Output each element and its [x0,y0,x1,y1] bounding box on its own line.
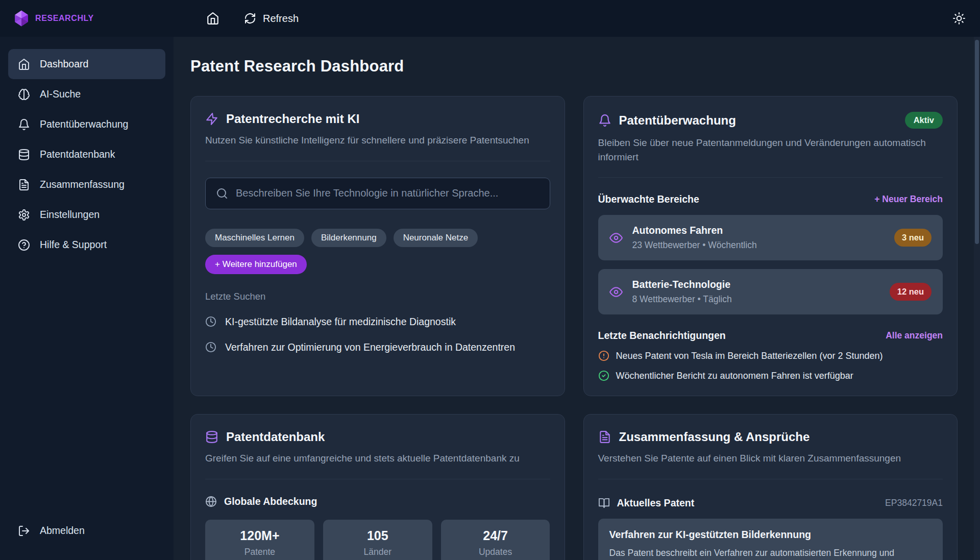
card-title: Patentdatenbank [226,430,325,444]
ai-search-card: Patentrecherche mit KI Nutzen Sie künstl… [190,96,565,396]
sidebar-item-label: Dashboard [40,58,88,70]
recent-searches-label: Letzte Suchen [205,291,550,302]
patent-id: EP3842719A1 [885,498,943,508]
stat-box-patents: 120M+ Patente [205,520,314,560]
eye-icon [609,285,623,299]
sidebar-item-settings[interactable]: Einstellungen [8,200,165,230]
database-card: Patentdatenbank Greifen Sie auf eine umf… [190,414,565,560]
gem-logo-icon [13,10,30,27]
sidebar-item-label: Zusammenfassung [40,179,125,190]
refresh-icon [244,12,256,25]
refresh-button[interactable]: Refresh [244,12,299,25]
sun-icon [952,12,966,25]
clock-icon [205,342,216,353]
sidebar-item-label: Patentüberwachung [40,118,128,130]
sidebar-item-label: Hilfe & Support [40,239,107,251]
check-circle-icon [598,370,609,381]
home-icon [206,12,219,25]
page-title: Patent Research Dashboard [190,57,958,76]
recent-search-item[interactable]: KI-gestützte Bildanalyse für medizinisch… [205,316,550,328]
logout-button[interactable]: Abmelden [8,516,165,546]
stat-box-updates: 24/7 Updates [441,520,550,560]
monitored-area-row[interactable]: Autonomes Fahren 23 Wettbewerber • Wöche… [598,215,943,260]
tag-chip[interactable]: Neuronale Netze [394,229,478,247]
notification-item: Wöchentlicher Bericht zu autonomem Fahre… [598,370,943,381]
logout-icon [18,525,30,537]
area-name: Autonomes Fahren [632,225,885,236]
brand-logo[interactable]: RESEARCHLY [0,10,174,27]
technology-search-field[interactable] [205,178,550,209]
card-subtitle: Verstehen Sie Patente auf einen Blick mi… [598,451,943,466]
notifications-label: Letzte Benachrichtigungen [598,330,726,342]
sidebar-item-ai-search[interactable]: AI-Suche [8,79,165,109]
sidebar-item-monitoring[interactable]: Patentüberwachung [8,109,165,139]
sidebar-item-database[interactable]: Patentdatenbank [8,139,165,169]
book-open-icon [598,497,610,509]
card-title: Patentrecherche mit KI [226,112,359,126]
new-area-button[interactable]: + Neuer Bereich [874,194,943,205]
card-title: Zusammenfassung & Ansprüche [619,430,810,444]
stat-value: 105 [328,528,427,543]
patent-summary-box: Verfahren zur KI-gestützten Bilderkennun… [598,519,943,560]
bell-icon [18,118,30,131]
help-circle-icon [18,239,30,251]
summary-card: Zusammenfassung & Ansprüche Verstehen Si… [583,414,958,560]
new-count-badge: 3 neu [894,229,932,247]
area-name: Batterie-Technologie [632,279,880,290]
home-button[interactable] [206,12,219,25]
monitored-area-row[interactable]: Batterie-Technologie 8 Wettbewerber • Tä… [598,269,943,314]
stat-label: Patente [210,547,309,557]
file-text-icon [598,430,611,444]
sidebar-item-summary[interactable]: Zusammenfassung [8,169,165,200]
main-content: Patent Research Dashboard Patentrecherch… [174,37,980,560]
scrollbar-track[interactable] [974,37,980,560]
new-count-badge: 12 neu [890,283,932,301]
sidebar-item-dashboard[interactable]: Dashboard [8,49,165,79]
monitoring-card: Patentüberwachung Aktiv Bleiben Sie über… [583,96,958,396]
sidebar-item-label: Patentdatenbank [40,149,115,160]
search-icon [216,187,228,200]
database-icon [18,149,30,161]
status-badge: Aktiv [905,112,943,129]
tag-chip[interactable]: Bilderkennung [311,229,386,247]
scrollbar-thumb[interactable] [975,40,979,244]
alert-circle-icon [598,350,609,361]
recent-search-item[interactable]: Verfahren zur Optimierung von Energiever… [205,342,550,353]
area-meta: 8 Wettbewerber • Täglich [632,294,880,305]
show-all-link[interactable]: Alle anzeigen [886,330,943,341]
recent-search-text: Verfahren zur Optimierung von Energiever… [225,342,515,353]
stat-box-countries: 105 Länder [323,520,432,560]
brain-icon [18,88,30,101]
database-icon [205,430,218,444]
logout-label: Abmelden [40,525,85,537]
notification-text: Wöchentlicher Bericht zu autonomem Fahre… [616,371,853,381]
eye-icon [609,231,623,245]
add-tag-button[interactable]: + Weitere hinzufügen [205,255,307,274]
coverage-label: Globale Abdeckung [224,496,317,507]
card-subtitle: Greifen Sie auf eine umfangreiche und st… [205,451,550,466]
sidebar-item-label: Einstellungen [40,209,100,221]
globe-icon [205,496,217,507]
notification-text: Neues Patent von Tesla im Bereich Batter… [616,351,883,361]
stat-value: 24/7 [446,528,545,543]
stat-label: Updates [446,547,545,557]
home-icon [18,58,30,70]
clock-icon [205,316,216,327]
monitored-areas-label: Überwachte Bereiche [598,193,699,205]
brand-name: RESEARCHLY [35,14,94,23]
theme-toggle-button[interactable] [952,12,966,25]
stat-label: Länder [328,547,427,557]
zap-icon [205,112,218,126]
recent-search-text: KI-gestützte Bildanalyse für medizinisch… [225,316,456,328]
sidebar-item-label: AI-Suche [40,88,81,100]
tag-chip[interactable]: Maschinelles Lernen [205,229,304,247]
card-subtitle: Bleiben Sie über neue Patentanmeldungen … [598,136,943,164]
search-input[interactable] [236,187,540,199]
sidebar-item-help[interactable]: Hilfe & Support [8,230,165,260]
card-subtitle: Nutzen Sie künstliche Intelligenz für sc… [205,133,550,148]
refresh-label: Refresh [263,13,299,25]
patent-abstract: Das Patent beschreibt ein Verfahren zur … [609,546,932,560]
topbar: RESEARCHLY Refresh [0,0,980,37]
file-text-icon [18,179,30,191]
patent-title: Verfahren zur KI-gestützten Bilderkennun… [609,529,932,541]
